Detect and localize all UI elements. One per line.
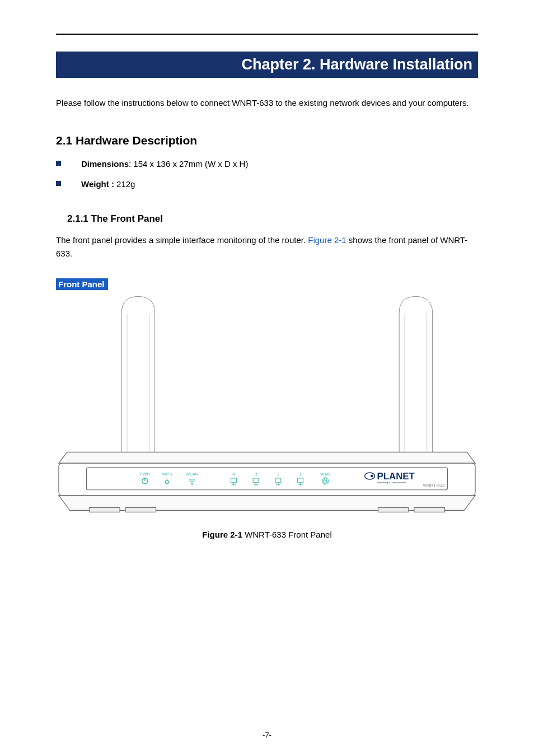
figure-caption: Figure 2-1 WNRT-633 Front Panel [56,530,478,539]
horizontal-rule [56,34,478,35]
led-wlan-label: WLAN [186,472,199,477]
dimensions-label: Dimensions [81,159,129,169]
page-number: -7- [0,731,534,739]
svg-rect-2 [90,508,120,512]
figure-caption-rest: WNRT-633 Front Panel [242,530,332,539]
dimensions-value: : 154 x 136 x 27mm (W x D x H) [129,159,248,169]
intro-paragraph: Please follow the instructions below to … [56,95,478,111]
front-panel-badge: Front Panel [56,278,108,290]
globe-icon [322,478,329,484]
led-wan-label: WAN [320,472,330,477]
weight-value: 212g [114,179,135,189]
spec-list: Dimensions: 154 x 136 x 27mm (W x D x H)… [56,157,478,191]
figure-reference-link[interactable]: Figure 2-1 [308,235,346,245]
section-2-1-1-heading: 2.1.1 The Front Panel [67,213,478,225]
svg-rect-4 [378,508,409,512]
front-panel-paragraph: The front panel provides a simple interf… [56,234,478,260]
led-lan2-label: 2 [277,472,279,477]
section-2-1-heading: 2.1 Hardware Description [56,134,478,147]
brand-subtext: Networking & Communication [377,481,406,484]
svg-point-28 [371,474,373,477]
led-lan1-label: 1 [299,472,302,477]
led-lan3-label: 3 [255,472,257,477]
router-front-panel-figure: PWR WPS WLAN [56,290,478,514]
fp-text-pre: The front panel provides a simple interf… [56,235,308,245]
brand-text: PLANET [377,471,415,482]
led-lan4-label: 4 [232,472,235,477]
chapter-title: Chapter 2. Hardware Installation [241,56,472,73]
svg-rect-5 [414,508,445,512]
led-pwr-label: PWR [139,472,150,477]
figure-caption-bold: Figure 2-1 [202,530,242,539]
svg-rect-3 [125,508,156,512]
led-wps-label: WPS [162,472,172,477]
svg-point-11 [191,483,193,484]
weight-label: Weight : [81,179,114,189]
spec-dimensions: Dimensions: 154 x 136 x 27mm (W x D x H) [56,157,478,171]
model-number: WNRT-633 [423,483,445,488]
spec-weight: Weight : 212g [56,178,478,191]
chapter-title-bar: Chapter 2. Hardware Installation [56,52,478,78]
